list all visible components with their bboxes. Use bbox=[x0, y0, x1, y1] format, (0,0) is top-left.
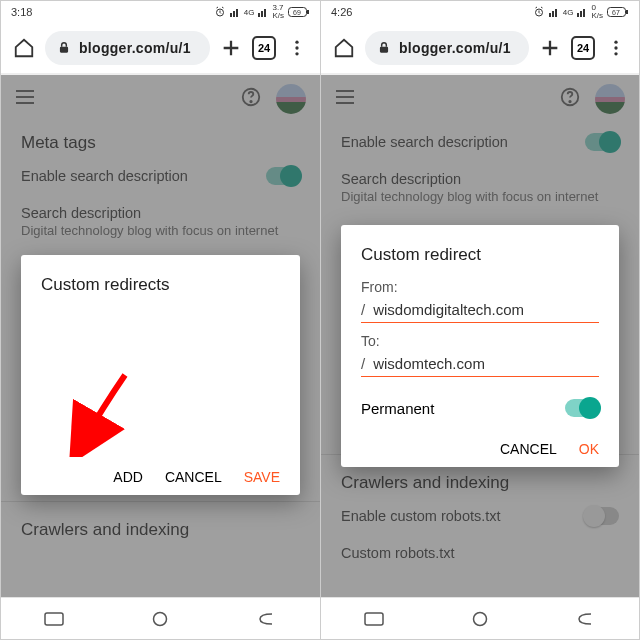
address-bar[interactable]: blogger.com/u/1 bbox=[365, 31, 529, 65]
status-time: 3:18 bbox=[11, 6, 32, 18]
add-button[interactable]: ADD bbox=[113, 469, 143, 485]
svg-point-29 bbox=[614, 41, 617, 44]
screenshot-right: 4:26 4G 0K/s 67 blogger.com/u/1 24 bbox=[320, 1, 639, 639]
dialog-custom-redirects: Custom redirects ADD CANCEL SAVE bbox=[21, 255, 300, 495]
signal2-icon bbox=[258, 7, 268, 17]
svg-rect-3 bbox=[236, 9, 238, 17]
row-permanent: Permanent bbox=[361, 387, 599, 423]
svg-point-35 bbox=[474, 612, 487, 625]
screenshot-left: 3:18 4G 3.7K/s 69 blogger.com/u/1 24 bbox=[1, 1, 320, 639]
url-text: blogger.com/u/1 bbox=[399, 40, 511, 56]
status-bar: 3:18 4G 3.7K/s 69 bbox=[1, 1, 320, 23]
svg-point-12 bbox=[295, 46, 298, 49]
browser-toolbar: blogger.com/u/1 24 bbox=[321, 23, 639, 75]
svg-rect-22 bbox=[577, 13, 579, 17]
address-bar[interactable]: blogger.com/u/1 bbox=[45, 31, 210, 65]
status-time: 4:26 bbox=[331, 6, 352, 18]
slash-prefix: / bbox=[361, 301, 365, 318]
signal2-icon bbox=[577, 7, 587, 17]
overflow-menu-icon[interactable] bbox=[603, 35, 629, 61]
browser-toolbar: blogger.com/u/1 24 bbox=[1, 23, 320, 75]
page-area: Meta tags Enable search description Sear… bbox=[1, 75, 320, 597]
net-label: 4G bbox=[244, 8, 255, 17]
tabs-button[interactable]: 24 bbox=[252, 36, 276, 60]
speed-label: 0K/s bbox=[591, 4, 603, 20]
dialog-custom-redirect: Custom redirect From: / wisdomdigitaltec… bbox=[341, 225, 619, 467]
svg-rect-10 bbox=[60, 47, 68, 53]
lock-icon bbox=[377, 41, 391, 55]
svg-rect-6 bbox=[264, 9, 266, 17]
new-tab-icon[interactable] bbox=[537, 35, 563, 61]
home-key[interactable] bbox=[466, 612, 494, 626]
to-value: wisdomtech.com bbox=[373, 355, 485, 372]
svg-rect-26 bbox=[626, 10, 628, 14]
svg-point-13 bbox=[295, 52, 298, 55]
svg-rect-5 bbox=[261, 11, 263, 17]
to-field[interactable]: / wisdomtech.com bbox=[361, 349, 599, 377]
home-icon[interactable] bbox=[331, 35, 357, 61]
svg-text:67: 67 bbox=[612, 9, 620, 16]
svg-rect-16 bbox=[45, 613, 63, 625]
svg-point-31 bbox=[614, 52, 617, 55]
from-field[interactable]: / wisdomdigitaltech.com bbox=[361, 295, 599, 323]
svg-rect-23 bbox=[580, 11, 582, 17]
slash-prefix: / bbox=[361, 355, 365, 372]
dialog-title: Custom redirect bbox=[361, 245, 599, 265]
home-key[interactable] bbox=[146, 612, 174, 626]
svg-point-30 bbox=[614, 46, 617, 49]
svg-rect-20 bbox=[552, 11, 554, 17]
svg-rect-34 bbox=[365, 613, 383, 625]
svg-rect-21 bbox=[555, 9, 557, 17]
speed-label: 3.7K/s bbox=[272, 4, 284, 20]
cancel-button[interactable]: CANCEL bbox=[500, 441, 557, 457]
toggle-permanent[interactable] bbox=[565, 399, 599, 417]
home-icon[interactable] bbox=[11, 35, 37, 61]
svg-rect-4 bbox=[258, 13, 260, 17]
svg-rect-19 bbox=[549, 13, 551, 17]
status-bar: 4:26 4G 0K/s 67 bbox=[321, 1, 639, 23]
dialog-title: Custom redirects bbox=[41, 275, 280, 295]
alarm-icon bbox=[214, 6, 226, 18]
svg-point-11 bbox=[295, 41, 298, 44]
battery-icon: 69 bbox=[288, 6, 310, 18]
ok-button[interactable]: OK bbox=[579, 441, 599, 457]
back-key[interactable] bbox=[253, 612, 281, 626]
dialog-actions: CANCEL OK bbox=[361, 423, 599, 457]
net-label: 4G bbox=[563, 8, 574, 17]
overflow-menu-icon[interactable] bbox=[284, 35, 310, 61]
save-button[interactable]: SAVE bbox=[244, 469, 280, 485]
to-label: To: bbox=[361, 333, 599, 349]
url-text: blogger.com/u/1 bbox=[79, 40, 191, 56]
svg-point-17 bbox=[154, 612, 167, 625]
from-value: wisdomdigitaltech.com bbox=[373, 301, 524, 318]
page-area: Enable search description Search descrip… bbox=[321, 75, 639, 597]
alarm-icon bbox=[533, 6, 545, 18]
new-tab-icon[interactable] bbox=[218, 35, 244, 61]
svg-rect-28 bbox=[380, 47, 388, 53]
nav-bar bbox=[1, 597, 320, 639]
permanent-label: Permanent bbox=[361, 400, 434, 417]
dialog-actions: ADD CANCEL SAVE bbox=[41, 451, 280, 485]
svg-text:69: 69 bbox=[293, 9, 301, 16]
signal-icon bbox=[549, 7, 559, 17]
svg-rect-1 bbox=[230, 13, 232, 17]
nav-bar bbox=[321, 597, 639, 639]
recents-key[interactable] bbox=[40, 612, 68, 626]
cancel-button[interactable]: CANCEL bbox=[165, 469, 222, 485]
svg-rect-2 bbox=[233, 11, 235, 17]
lock-icon bbox=[57, 41, 71, 55]
svg-rect-8 bbox=[307, 10, 309, 14]
from-label: From: bbox=[361, 279, 599, 295]
tabs-button[interactable]: 24 bbox=[571, 36, 595, 60]
back-key[interactable] bbox=[572, 612, 600, 626]
signal-icon bbox=[230, 7, 240, 17]
battery-icon: 67 bbox=[607, 6, 629, 18]
recents-key[interactable] bbox=[360, 612, 388, 626]
svg-rect-24 bbox=[583, 9, 585, 17]
